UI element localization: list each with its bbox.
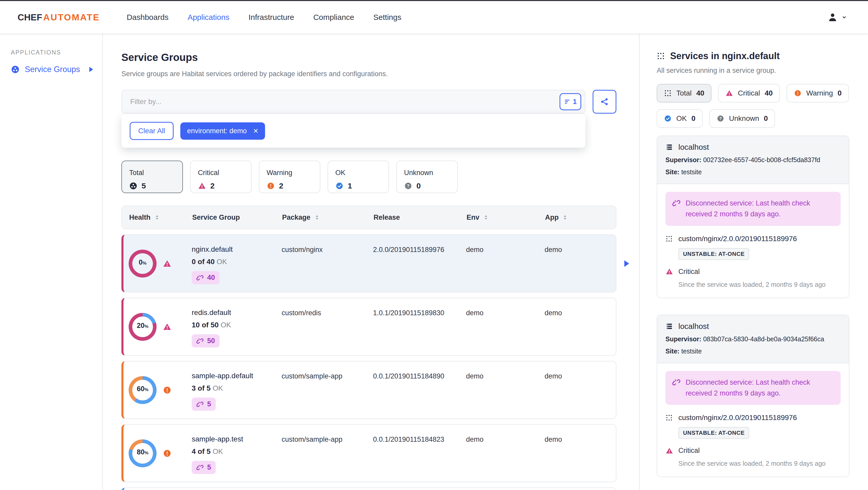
health-cell: 20%	[129, 313, 192, 341]
sort-icon[interactable]	[314, 214, 320, 221]
percent-sign: %	[145, 324, 148, 329]
service-group-name: redis.default	[192, 308, 282, 317]
panel-status-badge[interactable]: Warning 0	[786, 84, 849, 102]
disconnected-count: 50	[207, 337, 215, 345]
status-tab[interactable]: OK 1	[328, 161, 389, 193]
status-icon	[129, 182, 137, 190]
column-header-label: Package	[282, 214, 311, 222]
service-cards: localhost Supervisor: 002732ee-6557-405c…	[657, 135, 849, 490]
disconnected-count-pill: 5	[192, 398, 216, 411]
service-card-body: Disconnected service: Last health check …	[657, 363, 849, 477]
badge-label: Warning	[806, 89, 833, 97]
nav-item[interactable]: Applications	[188, 13, 229, 22]
health-percent: 20	[137, 322, 145, 329]
supervisor-id: 083b07ca-5830-4a8d-be0a-9034a25f66ca	[703, 335, 824, 342]
filter-chips: environment: demo ✕	[180, 122, 265, 140]
sort-icon[interactable]	[154, 214, 160, 221]
caret-right-icon	[88, 67, 94, 72]
server-icon	[665, 322, 673, 330]
supervisor-id: 002732ee-6557-405c-b008-cfcf5da837fd	[703, 156, 820, 163]
release-cell: 0.0.1/20190115184890	[373, 369, 466, 380]
clear-all-button[interactable]: Clear All	[130, 122, 174, 140]
filter-placeholder: Filter by...	[130, 98, 161, 106]
applied-filters-panel: Clear All environment: demo ✕	[121, 114, 585, 148]
column-header[interactable]: Service Group	[192, 214, 282, 222]
panel-status-badge[interactable]: Critical 40	[718, 84, 780, 102]
service-groups-icon	[11, 65, 20, 74]
share-button[interactable]	[593, 90, 616, 113]
status-icon	[335, 182, 344, 190]
status-filter-tabs: Total 5 Critical 2 Warning 2 OK 1 Unknow…	[121, 161, 616, 193]
nav-item[interactable]: Infrastructure	[249, 13, 294, 22]
status-tab[interactable]: Unknown 0	[396, 161, 458, 193]
server-icon	[665, 143, 673, 151]
service-group-row[interactable]: 80% sample-app.test 4 of 5 OK 5 custom/s…	[121, 424, 616, 482]
percent-sign: %	[143, 261, 147, 266]
app-cell: demo	[545, 306, 616, 317]
remove-filter-icon[interactable]: ✕	[253, 128, 258, 134]
nav-item[interactable]: Dashboards	[127, 13, 168, 22]
service-group-cell: sample-app.test 4 of 5 OK 5	[192, 432, 282, 474]
status-tab-label: Critical	[198, 169, 251, 177]
disconnected-alert-text: Disconnected service: Last health check …	[686, 377, 834, 399]
status-tab-count: 2	[279, 182, 283, 190]
service-group-cell: sample-app.default 3 of 5 OK 5	[192, 369, 282, 411]
disconnected-count-pill: 50	[192, 334, 220, 348]
column-header[interactable]: Package	[282, 214, 374, 222]
health-donut: 60%	[129, 376, 157, 404]
share-icon	[600, 97, 609, 106]
service-group-name: nginx.default	[192, 245, 282, 254]
badge-count: 40	[696, 89, 704, 97]
column-header[interactable]: App	[545, 214, 616, 222]
filter-input[interactable]: Filter by... 1	[121, 90, 585, 113]
service-group-row[interactable]: 0% nginx.default 0 of 40 OK 40 custom/ng…	[121, 234, 616, 293]
host-row: localhost	[665, 322, 841, 331]
column-header[interactable]: Release	[374, 214, 467, 222]
badge-label: Critical	[738, 89, 760, 97]
health-status-icon	[163, 259, 172, 268]
host-name: localhost	[678, 322, 709, 331]
status-tab[interactable]: Total 5	[121, 161, 183, 193]
service-card: localhost Supervisor: 083b07ca-5830-4a8d…	[657, 315, 849, 477]
habitat-dots-icon	[665, 414, 673, 421]
health-status-icon	[163, 322, 172, 331]
health-donut: 0%	[129, 250, 157, 277]
status-icon	[725, 89, 733, 97]
service-group-row[interactable]: 100% nginx.dev 10 of 10 OK 10 custom/ngi…	[121, 487, 616, 490]
app-cell: demo	[545, 243, 616, 254]
health-cell: 60%	[129, 376, 192, 404]
ok-count: 10 of 50 OK	[192, 321, 282, 329]
status-tab[interactable]: Critical 2	[190, 161, 252, 193]
sidebar-item-label: Service Groups	[25, 65, 80, 74]
filter-count-button[interactable]: 1	[560, 93, 581, 110]
release-cell: 1.0.1/20190115189830	[373, 306, 466, 317]
package-cell: custom/sample-app	[282, 369, 373, 380]
filter-chip-label: environment: demo	[187, 127, 247, 135]
column-header[interactable]: Env	[467, 214, 545, 222]
chef-automate-logo[interactable]: CHEFAUTOMATE	[18, 12, 100, 23]
column-header[interactable]: Health	[129, 214, 192, 222]
panel-status-badge[interactable]: Unknown 0	[709, 109, 775, 128]
panel-status-badge[interactable]: Total 40	[657, 84, 711, 102]
site-row: Site: testsite	[665, 168, 841, 176]
user-menu[interactable]	[827, 12, 847, 23]
channel-badge: UNSTABLE: AT-ONCE	[678, 248, 749, 260]
panel-status-badge[interactable]: OK 0	[657, 109, 703, 128]
sort-icon[interactable]	[562, 214, 568, 221]
nav-item[interactable]: Compliance	[313, 13, 354, 22]
sidebar-item-service-groups[interactable]: Service Groups	[11, 65, 102, 74]
status-tab-count: 1	[348, 182, 352, 190]
status-tab-count: 5	[142, 182, 146, 190]
service-group-row[interactable]: 60% sample-app.default 3 of 5 OK 5 custo…	[121, 361, 616, 419]
ok-count: 4 of 5 OK	[192, 448, 282, 456]
supervisor-row: Supervisor: 002732ee-6557-405c-b008-cfcf…	[665, 156, 841, 164]
service-group-row[interactable]: 20% redis.default 10 of 50 OK 50 custom/…	[121, 298, 616, 356]
status-tab[interactable]: Warning 2	[259, 161, 320, 193]
health-percent: 80	[137, 449, 145, 456]
sort-icon[interactable]	[483, 214, 489, 221]
nav-item[interactable]: Settings	[373, 13, 401, 22]
filter-chip[interactable]: environment: demo ✕	[180, 122, 265, 140]
top-nav: DashboardsApplicationsInfrastructureComp…	[127, 13, 401, 22]
panel-status-badges: Total 40 Critical 40 Warning 0 OK 0 Unkn…	[657, 84, 849, 128]
host-name: localhost	[678, 143, 709, 152]
